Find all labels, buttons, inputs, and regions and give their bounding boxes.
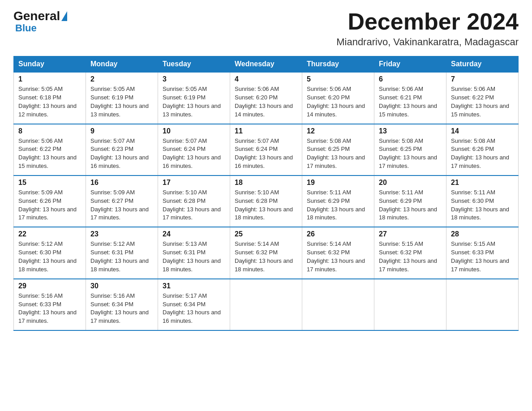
day-number: 2 <box>90 75 153 83</box>
calendar-day-cell: 8 Sunrise: 5:06 AMSunset: 6:22 PMDayligh… <box>14 124 86 176</box>
logo-general-text: General <box>13 9 60 23</box>
day-number: 26 <box>307 230 369 238</box>
day-number: 23 <box>90 230 153 238</box>
day-info: Sunrise: 5:12 AMSunset: 6:31 PMDaylight:… <box>90 240 149 273</box>
day-info: Sunrise: 5:08 AMSunset: 6:25 PMDaylight:… <box>307 137 365 170</box>
calendar-day-cell: 21 Sunrise: 5:11 AMSunset: 6:30 PMDaylig… <box>446 176 519 227</box>
day-info: Sunrise: 5:13 AMSunset: 6:31 PMDaylight:… <box>163 240 221 273</box>
day-number: 25 <box>235 230 297 238</box>
calendar-week-row: 22 Sunrise: 5:12 AMSunset: 6:30 PMDaylig… <box>14 227 519 278</box>
day-info: Sunrise: 5:10 AMSunset: 6:28 PMDaylight:… <box>163 189 221 221</box>
header-thursday: Thursday <box>302 56 374 73</box>
day-number: 13 <box>379 127 442 135</box>
day-info: Sunrise: 5:06 AMSunset: 6:22 PMDaylight:… <box>451 86 509 118</box>
calendar-day-cell: 6 Sunrise: 5:06 AMSunset: 6:21 PMDayligh… <box>374 72 446 124</box>
day-info: Sunrise: 5:10 AMSunset: 6:28 PMDaylight:… <box>235 189 293 221</box>
calendar-day-cell <box>302 279 374 330</box>
calendar-day-cell: 15 Sunrise: 5:09 AMSunset: 6:26 PMDaylig… <box>14 176 86 227</box>
header-monday: Monday <box>86 56 158 73</box>
calendar-day-cell: 28 Sunrise: 5:15 AMSunset: 6:33 PMDaylig… <box>446 227 519 278</box>
calendar-day-cell: 4 Sunrise: 5:06 AMSunset: 6:20 PMDayligh… <box>230 72 302 124</box>
calendar-day-cell: 22 Sunrise: 5:12 AMSunset: 6:30 PMDaylig… <box>14 227 86 278</box>
day-number: 22 <box>18 230 81 238</box>
day-number: 21 <box>451 179 514 187</box>
calendar-day-cell: 14 Sunrise: 5:08 AMSunset: 6:26 PMDaylig… <box>446 124 519 176</box>
calendar-day-cell: 7 Sunrise: 5:06 AMSunset: 6:22 PMDayligh… <box>446 72 519 124</box>
location-title: Miandrarivo, Vakinankaratra, Madagascar <box>336 36 519 48</box>
calendar-day-cell: 12 Sunrise: 5:08 AMSunset: 6:25 PMDaylig… <box>302 124 374 176</box>
header-friday: Friday <box>374 56 446 73</box>
day-info: Sunrise: 5:16 AMSunset: 6:33 PMDaylight:… <box>18 292 77 325</box>
day-info: Sunrise: 5:17 AMSunset: 6:34 PMDaylight:… <box>163 292 221 325</box>
day-number: 31 <box>163 282 225 290</box>
header-sunday: Sunday <box>14 56 86 73</box>
logo: General <box>13 9 68 23</box>
calendar-day-cell <box>446 279 519 330</box>
calendar-day-cell: 2 Sunrise: 5:05 AMSunset: 6:19 PMDayligh… <box>86 72 158 124</box>
logo-area: General Blue <box>13 9 68 34</box>
calendar-day-cell: 9 Sunrise: 5:07 AMSunset: 6:23 PMDayligh… <box>86 124 158 176</box>
day-info: Sunrise: 5:14 AMSunset: 6:32 PMDaylight:… <box>235 240 293 273</box>
day-info: Sunrise: 5:15 AMSunset: 6:32 PMDaylight:… <box>379 240 437 273</box>
day-info: Sunrise: 5:06 AMSunset: 6:20 PMDaylight:… <box>307 86 365 118</box>
day-number: 1 <box>18 75 81 83</box>
day-number: 4 <box>235 75 297 83</box>
calendar-day-cell: 3 Sunrise: 5:05 AMSunset: 6:19 PMDayligh… <box>158 72 230 124</box>
day-info: Sunrise: 5:07 AMSunset: 6:24 PMDaylight:… <box>163 137 221 170</box>
day-number: 11 <box>235 127 297 135</box>
calendar-day-cell: 27 Sunrise: 5:15 AMSunset: 6:32 PMDaylig… <box>374 227 446 278</box>
logo-blue-label: Blue <box>15 22 37 34</box>
day-number: 3 <box>163 75 225 83</box>
day-number: 28 <box>451 230 514 238</box>
day-number: 15 <box>18 179 81 187</box>
calendar-week-row: 8 Sunrise: 5:06 AMSunset: 6:22 PMDayligh… <box>14 124 519 176</box>
calendar-day-cell: 31 Sunrise: 5:17 AMSunset: 6:34 PMDaylig… <box>158 279 230 330</box>
calendar-day-cell: 24 Sunrise: 5:13 AMSunset: 6:31 PMDaylig… <box>158 227 230 278</box>
calendar-day-cell: 10 Sunrise: 5:07 AMSunset: 6:24 PMDaylig… <box>158 124 230 176</box>
title-area: December 2024 Miandrarivo, Vakinankaratr… <box>336 9 519 48</box>
calendar-day-cell: 13 Sunrise: 5:08 AMSunset: 6:25 PMDaylig… <box>374 124 446 176</box>
calendar-day-cell: 25 Sunrise: 5:14 AMSunset: 6:32 PMDaylig… <box>230 227 302 278</box>
day-info: Sunrise: 5:11 AMSunset: 6:29 PMDaylight:… <box>307 189 365 221</box>
day-info: Sunrise: 5:05 AMSunset: 6:18 PMDaylight:… <box>18 86 77 118</box>
day-info: Sunrise: 5:12 AMSunset: 6:30 PMDaylight:… <box>18 240 77 273</box>
logo-triangle-icon <box>61 11 67 21</box>
calendar-week-row: 15 Sunrise: 5:09 AMSunset: 6:26 PMDaylig… <box>14 176 519 227</box>
calendar-day-cell: 11 Sunrise: 5:07 AMSunset: 6:24 PMDaylig… <box>230 124 302 176</box>
day-number: 6 <box>379 75 442 83</box>
calendar-day-cell: 30 Sunrise: 5:16 AMSunset: 6:34 PMDaylig… <box>86 279 158 330</box>
day-info: Sunrise: 5:06 AMSunset: 6:22 PMDaylight:… <box>18 137 77 170</box>
calendar-day-cell: 23 Sunrise: 5:12 AMSunset: 6:31 PMDaylig… <box>86 227 158 278</box>
day-info: Sunrise: 5:09 AMSunset: 6:27 PMDaylight:… <box>90 189 149 221</box>
calendar-table: Sunday Monday Tuesday Wednesday Thursday… <box>13 56 519 331</box>
day-info: Sunrise: 5:16 AMSunset: 6:34 PMDaylight:… <box>90 292 149 325</box>
day-info: Sunrise: 5:08 AMSunset: 6:26 PMDaylight:… <box>451 137 509 170</box>
calendar-week-row: 1 Sunrise: 5:05 AMSunset: 6:18 PMDayligh… <box>14 72 519 124</box>
day-number: 8 <box>18 127 81 135</box>
header-wednesday: Wednesday <box>230 56 302 73</box>
calendar-week-row: 29 Sunrise: 5:16 AMSunset: 6:33 PMDaylig… <box>14 279 519 330</box>
day-info: Sunrise: 5:15 AMSunset: 6:33 PMDaylight:… <box>451 240 509 273</box>
day-number: 17 <box>163 179 225 187</box>
day-info: Sunrise: 5:06 AMSunset: 6:21 PMDaylight:… <box>379 86 437 118</box>
header-tuesday: Tuesday <box>158 56 230 73</box>
calendar-body: 1 Sunrise: 5:05 AMSunset: 6:18 PMDayligh… <box>14 72 519 330</box>
calendar-day-cell: 26 Sunrise: 5:14 AMSunset: 6:32 PMDaylig… <box>302 227 374 278</box>
logo-blue-text: Blue <box>14 22 37 34</box>
calendar-day-cell: 18 Sunrise: 5:10 AMSunset: 6:28 PMDaylig… <box>230 176 302 227</box>
calendar-day-cell <box>374 279 446 330</box>
calendar-day-cell: 5 Sunrise: 5:06 AMSunset: 6:20 PMDayligh… <box>302 72 374 124</box>
day-number: 7 <box>451 75 514 83</box>
day-info: Sunrise: 5:05 AMSunset: 6:19 PMDaylight:… <box>163 86 221 118</box>
calendar-day-cell: 20 Sunrise: 5:11 AMSunset: 6:29 PMDaylig… <box>374 176 446 227</box>
day-number: 9 <box>90 127 153 135</box>
header: General Blue December 2024 Miandrarivo, … <box>13 9 519 48</box>
day-number: 24 <box>163 230 225 238</box>
day-number: 29 <box>18 282 81 290</box>
day-number: 20 <box>379 179 442 187</box>
day-number: 27 <box>379 230 442 238</box>
header-saturday: Saturday <box>446 56 519 73</box>
day-info: Sunrise: 5:07 AMSunset: 6:23 PMDaylight:… <box>90 137 149 170</box>
calendar-day-cell: 16 Sunrise: 5:09 AMSunset: 6:27 PMDaylig… <box>86 176 158 227</box>
day-info: Sunrise: 5:11 AMSunset: 6:29 PMDaylight:… <box>379 189 437 221</box>
